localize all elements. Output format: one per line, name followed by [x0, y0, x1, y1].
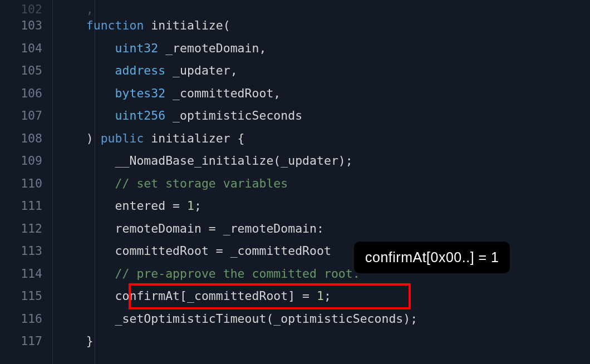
line-number: 105: [0, 60, 52, 82]
code-token: __NomadBase_initialize(_updater);: [57, 154, 353, 168]
code-line[interactable]: address _updater,: [53, 60, 590, 82]
line-number: 109: [0, 150, 52, 173]
code-line[interactable]: entered = 1;: [53, 195, 590, 218]
code-line[interactable]: }: [53, 330, 590, 353]
code-token: ;: [324, 289, 331, 303]
code-token: [57, 176, 115, 190]
code-line[interactable]: function initialize(: [53, 14, 590, 37]
line-number: 107: [0, 105, 52, 127]
code-token: // set storage variables: [115, 176, 288, 190]
code-token: bytes32: [115, 86, 166, 100]
code-token: ;: [194, 199, 201, 213]
code-token: [57, 86, 115, 100]
code-line[interactable]: __NomadBase_initialize(_updater);: [53, 150, 590, 173]
code-token: _setOptimisticTimeout(_optimisticSeconds…: [57, 312, 417, 326]
code-token: uint256: [115, 109, 166, 122]
code-token: [57, 18, 86, 32]
line-number: 108: [0, 127, 52, 150]
code-token: public: [101, 131, 144, 145]
code-token: [57, 41, 115, 55]
code-line[interactable]: ,: [53, 4, 590, 14]
code-token: }: [57, 334, 94, 348]
code-token: _optimisticSeconds: [165, 109, 302, 122]
line-number: 114: [0, 263, 52, 286]
code-line[interactable]: bytes32 _committedRoot,: [53, 82, 590, 105]
line-number: 110: [0, 173, 52, 195]
code-token: ): [57, 131, 101, 145]
code-token: [57, 109, 115, 122]
code-editor: 1021031041051061071081091101111121131141…: [0, 0, 590, 364]
code-token: initialize(: [144, 18, 230, 32]
line-number: 103: [0, 14, 52, 37]
line-number: 111: [0, 195, 52, 218]
line-number: 113: [0, 240, 52, 263]
code-token: committedRoot = _committedRoot: [57, 244, 331, 258]
code-token: [57, 63, 115, 77]
line-number: 115: [0, 285, 52, 308]
code-token: uint32: [115, 41, 159, 55]
line-number: 116: [0, 308, 52, 331]
code-token: address: [115, 63, 166, 77]
code-token: remoteDomain = _remoteDomain:: [57, 222, 324, 235]
code-token: // pre-approve the committed root.: [115, 267, 360, 281]
line-gutter: 1021031041051061071081091101111121131141…: [0, 0, 53, 364]
code-token: function: [86, 18, 144, 32]
code-token: [57, 267, 115, 281]
line-number: 117: [0, 330, 52, 353]
annotation-tooltip: confirmAt[0x00..] = 1: [354, 242, 510, 273]
code-line[interactable]: uint32 _remoteDomain,: [53, 37, 590, 60]
code-token: 1: [317, 289, 324, 303]
code-token: _remoteDomain,: [158, 41, 266, 55]
code-line[interactable]: ) public initializer {: [53, 127, 590, 150]
line-number: 104: [0, 37, 52, 60]
code-line[interactable]: confirmAt[_committedRoot] = 1;: [53, 285, 590, 308]
line-number: 102: [0, 4, 52, 14]
code-token: _updater,: [165, 63, 237, 77]
code-token: _committedRoot,: [165, 86, 281, 100]
code-token: entered =: [57, 199, 187, 213]
line-number: 112: [0, 218, 52, 240]
code-token: 1: [187, 199, 194, 213]
code-token: confirmAt[_committedRoot] =: [57, 289, 317, 303]
code-line[interactable]: _setOptimisticTimeout(_optimisticSeconds…: [53, 308, 590, 331]
code-line[interactable]: uint256 _optimisticSeconds: [53, 105, 590, 127]
code-area[interactable]: , function initialize( uint32 _remoteDom…: [53, 0, 590, 364]
code-line[interactable]: remoteDomain = _remoteDomain:: [53, 218, 590, 240]
line-number: 106: [0, 82, 52, 105]
code-line[interactable]: // set storage variables: [53, 173, 590, 195]
code-token: initializer {: [144, 131, 244, 145]
